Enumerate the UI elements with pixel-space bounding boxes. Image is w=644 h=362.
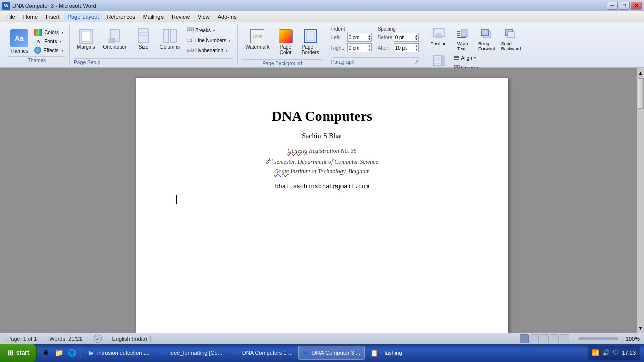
- page-color-label: PageColor: [280, 44, 292, 55]
- position-button[interactable]: Position: [427, 26, 450, 47]
- taskbar-explorer[interactable]: 📁: [53, 347, 64, 358]
- hyphenation-button[interactable]: a-b Hyphenation ▼: [185, 46, 233, 54]
- zoom-out-button[interactable]: −: [573, 336, 576, 342]
- hyphenation-arrow: ▼: [225, 49, 228, 52]
- page-color-button[interactable]: PageColor: [275, 26, 297, 57]
- view-icons: [520, 334, 569, 343]
- page-borders-button[interactable]: PageBorders: [299, 26, 323, 57]
- fonts-button[interactable]: A Fonts ▼: [33, 37, 65, 45]
- paragraph-expand[interactable]: ↗: [414, 59, 419, 65]
- indent-left-spinner[interactable]: ▲ ▼: [368, 34, 371, 41]
- ribbon-content: Aa Themes Colors ▼ A Fonts ▼: [0, 22, 644, 67]
- watermark-button[interactable]: Draft Watermark: [242, 26, 273, 52]
- indent-right-spinner[interactable]: ▲ ▼: [368, 44, 371, 51]
- line-numbers-label: Line Numbers: [195, 38, 226, 43]
- taskbar-app-flashing[interactable]: 📋 Flashing: [366, 346, 407, 360]
- document-page[interactable]: DNA Computers Sachin S Bhat Genesys Regi…: [136, 78, 508, 333]
- start-button[interactable]: ⊞ start: [0, 344, 37, 362]
- status-language[interactable]: English (India): [109, 336, 151, 342]
- indent-right-input[interactable]: 0 cm: [348, 44, 368, 52]
- taskbar-app-ieee[interactable]: W ieee_formatting [Co...: [155, 346, 227, 360]
- tray-icon-security[interactable]: 🛡: [613, 349, 619, 356]
- taskbar-tray: 📶 🔊 🛡 17:23: [588, 346, 640, 360]
- minimize-button[interactable]: ─: [607, 2, 618, 10]
- align-button[interactable]: Align ▼: [451, 53, 482, 62]
- send-backward-button[interactable]: SendBackward: [500, 26, 523, 52]
- size-button[interactable]: Size: [132, 26, 154, 52]
- status-right-area: − + 100%: [520, 334, 640, 343]
- tray-icon-volume[interactable]: 🔊: [602, 349, 610, 356]
- taskbar-firefox[interactable]: 🌐: [66, 347, 77, 358]
- page-bg-content: Draft Watermark PageColor: [242, 24, 323, 59]
- document-area[interactable]: DNA Computers Sachin S Bhat Genesys Regi…: [0, 68, 644, 333]
- spacing-before-spinner[interactable]: ▲ ▼: [415, 34, 418, 41]
- dna3-app-label: DNA Computer 3 ...: [312, 350, 360, 356]
- spacing-after-input[interactable]: 10 pt: [394, 44, 415, 52]
- bring-forward-button[interactable]: BringForward: [475, 26, 499, 52]
- view-outline-button[interactable]: [550, 334, 559, 343]
- indent-left-input[interactable]: 0 cm: [348, 33, 368, 41]
- cursor-area[interactable]: [171, 195, 473, 204]
- menu-insert[interactable]: Insert: [42, 13, 64, 21]
- zoom-slider[interactable]: [578, 337, 618, 340]
- intrusion-app-icon: 🖥: [88, 349, 94, 357]
- scroll-thumb[interactable]: [638, 78, 644, 109]
- ieee-app-icon: W: [160, 349, 167, 357]
- send-backward-icon: [504, 27, 518, 41]
- effects-button[interactable]: Effects ▼: [33, 46, 65, 54]
- menu-home[interactable]: Home: [19, 13, 42, 21]
- genesys-text: Genesys: [287, 147, 307, 154]
- title-bar: W DNA Computer 3 - Microsoft Word ─ □ ✕: [0, 0, 644, 11]
- taskbar-app-dna3[interactable]: W DNA Computer 3 ...: [298, 346, 365, 360]
- svg-rect-6: [138, 29, 148, 43]
- svg-rect-9: [163, 29, 169, 42]
- status-bar: Page: 1 of 1 Words: 21/21 ✓ English (Ind…: [0, 333, 644, 344]
- zoom-in-button[interactable]: +: [620, 336, 623, 342]
- scroll-bar-right[interactable]: ▲ ▼: [637, 68, 644, 333]
- svg-rect-30: [441, 56, 444, 66]
- tray-time: 17:23: [622, 350, 636, 356]
- margins-button[interactable]: Margins: [74, 26, 98, 52]
- breaks-button[interactable]: Breaks ▼: [185, 26, 233, 34]
- view-web-button[interactable]: [540, 334, 549, 343]
- orientation-button[interactable]: Orientation: [100, 26, 131, 52]
- page-borders-icon: [302, 28, 318, 44]
- view-print-button[interactable]: [520, 334, 529, 343]
- menu-review[interactable]: Review: [168, 13, 194, 21]
- send-backward-label: SendBackward: [501, 41, 521, 51]
- scroll-down-button[interactable]: ▼: [637, 323, 644, 333]
- selection-pane-icon: [432, 54, 446, 68]
- ribbon: Aa Themes Colors ▼ A Fonts ▼: [0, 22, 644, 68]
- svg-rect-17: [306, 32, 314, 41]
- colors-icon: [34, 29, 42, 36]
- scroll-up-button[interactable]: ▲: [637, 68, 644, 78]
- columns-button[interactable]: Columns: [156, 26, 182, 52]
- menu-references[interactable]: References: [103, 13, 139, 21]
- menu-mailings[interactable]: Mailings: [139, 13, 168, 21]
- taskbar-show-desktop[interactable]: 🖥: [40, 347, 51, 358]
- maximize-button[interactable]: □: [619, 2, 630, 10]
- taskbar-app-dna1[interactable]: W DNA Computers 1 ...: [228, 346, 297, 360]
- position-label: Position: [431, 41, 447, 46]
- menu-view[interactable]: View: [194, 13, 214, 21]
- close-button[interactable]: ✕: [631, 2, 642, 10]
- spacing-before-input[interactable]: 0 pt: [394, 33, 415, 41]
- fonts-icon: A: [34, 38, 42, 45]
- breaks-label: Breaks: [195, 28, 211, 33]
- taskbar-app-intrusion[interactable]: 🖥 intrusion detection t...: [83, 346, 154, 360]
- view-full-screen-button[interactable]: [530, 334, 539, 343]
- size-label: Size: [139, 44, 148, 50]
- svg-text:✓: ✓: [96, 337, 100, 342]
- colors-button[interactable]: Colors ▼: [33, 28, 65, 36]
- menu-addins[interactable]: Add-Ins: [214, 13, 241, 21]
- menu-page-layout[interactable]: Page Layout: [64, 13, 103, 21]
- line-numbers-button[interactable]: 1 2 3 Line Numbers ▼: [185, 36, 233, 44]
- status-page: Page: 1 of 1: [4, 336, 40, 342]
- themes-button[interactable]: Aa Themes: [8, 28, 30, 55]
- spell-check-icon[interactable]: ✓: [92, 333, 103, 344]
- spacing-after-spinner[interactable]: ▲ ▼: [415, 44, 418, 51]
- view-draft-button[interactable]: [560, 334, 569, 343]
- tray-icon-network[interactable]: 📶: [592, 349, 599, 356]
- menu-file[interactable]: File: [2, 13, 19, 21]
- wrap-text-button[interactable]: WrapText: [451, 26, 474, 52]
